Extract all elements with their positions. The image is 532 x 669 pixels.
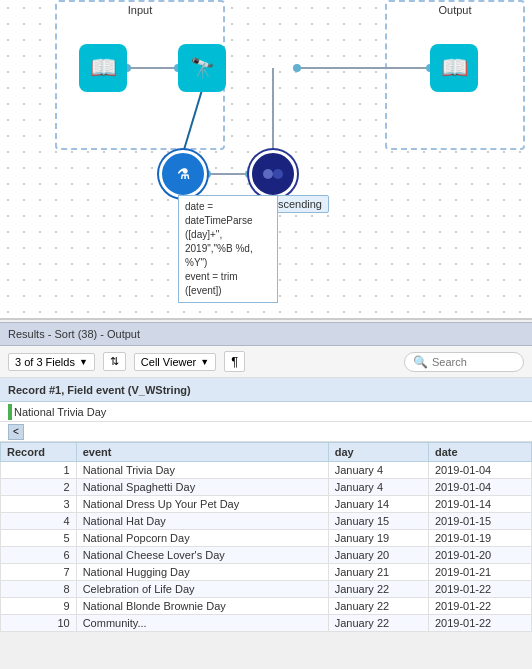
cell-day: January 22 — [328, 598, 428, 615]
cell-event: National Hat Day — [76, 513, 328, 530]
cell-record-num: 10 — [1, 615, 77, 632]
formula-line-1: date = — [185, 200, 271, 214]
bottom-panel: Results - Sort (38) - Output 3 of 3 Fiel… — [0, 322, 532, 669]
cell-event: National Blonde Brownie Day — [76, 598, 328, 615]
cell-record-num: 4 — [1, 513, 77, 530]
cell-day: January 20 — [328, 547, 428, 564]
cell-event: National Trivia Day — [76, 462, 328, 479]
record-value: National Trivia Day — [14, 406, 106, 418]
col-header-date[interactable]: date — [428, 443, 531, 462]
formula-line-6: event = trim — [185, 270, 271, 284]
nav-row: < — [0, 422, 532, 442]
formula-line-7: ([event]) — [185, 284, 271, 298]
formula-node[interactable]: ⚗ — [159, 150, 207, 198]
results-text: Results - Sort (38) - Output — [8, 328, 140, 340]
cell-event: Celebration of Life Day — [76, 581, 328, 598]
table-row: 7National Hugging DayJanuary 212019-01-2… — [1, 564, 532, 581]
table-row: 6National Cheese Lover's DayJanuary 2020… — [1, 547, 532, 564]
sort-arrow-icon: ⇅ — [110, 355, 119, 368]
search-box: 🔍 — [404, 352, 524, 372]
sort-icon — [258, 159, 288, 189]
input-label: Input — [57, 2, 223, 18]
cell-date: 2019-01-15 — [428, 513, 531, 530]
col-header-day[interactable]: day — [328, 443, 428, 462]
fields-selector-label: 3 of 3 Fields — [15, 356, 75, 368]
cell-day: January 4 — [328, 479, 428, 496]
output-book-tool[interactable]: 📖 — [430, 44, 478, 92]
fields-selector[interactable]: 3 of 3 Fields ▼ — [8, 353, 95, 371]
cell-record-num: 8 — [1, 581, 77, 598]
table-row: 1National Trivia DayJanuary 42019-01-04 — [1, 462, 532, 479]
cell-date: 2019-01-04 — [428, 479, 531, 496]
svg-point-14 — [263, 169, 273, 179]
cell-date: 2019-01-04 — [428, 462, 531, 479]
table-row: 9National Blonde Brownie DayJanuary 2220… — [1, 598, 532, 615]
formula-line-5: %Y") — [185, 256, 271, 270]
viewer-selector[interactable]: Cell Viewer ▼ — [134, 353, 216, 371]
table-row: 5National Popcorn DayJanuary 192019-01-1… — [1, 530, 532, 547]
formula-text-box: date = dateTimeParse ([day]+", 2019","%B… — [178, 195, 278, 303]
cell-day: January 21 — [328, 564, 428, 581]
cell-event: National Dress Up Your Pet Day — [76, 496, 328, 513]
table-row: 3National Dress Up Your Pet DayJanuary 1… — [1, 496, 532, 513]
record-value-row: National Trivia Day — [0, 402, 532, 422]
book-icon-left: 📖 — [90, 55, 117, 81]
cell-record-num: 3 — [1, 496, 77, 513]
col-header-record[interactable]: Record — [1, 443, 77, 462]
data-table-wrapper[interactable]: Record event day date 1National Trivia D… — [0, 442, 532, 652]
cell-day: January 22 — [328, 615, 428, 632]
fields-sort-btn[interactable]: ⇅ — [103, 352, 126, 371]
book-icon-right: 📖 — [441, 55, 468, 81]
table-row: 4National Hat DayJanuary 152019-01-15 — [1, 513, 532, 530]
binoculars-icon: 🔭 — [190, 56, 215, 80]
formula-line-4: 2019","%B %d, — [185, 242, 271, 256]
nav-left-arrow[interactable]: < — [8, 424, 24, 440]
table-row: 2National Spaghetti DayJanuary 42019-01-… — [1, 479, 532, 496]
cell-event: National Cheese Lover's Day — [76, 547, 328, 564]
cell-record-num: 5 — [1, 530, 77, 547]
cell-record-num: 1 — [1, 462, 77, 479]
record-header: Record #1, Field event (V_WString) — [0, 378, 532, 402]
cell-date: 2019-01-19 — [428, 530, 531, 547]
cell-event: National Spaghetti Day — [76, 479, 328, 496]
sort-node[interactable] — [249, 150, 297, 198]
svg-text:⚗: ⚗ — [177, 166, 190, 182]
toolbar: 3 of 3 Fields ▼ ⇅ Cell Viewer ▼ ¶ 🔍 — [0, 346, 532, 378]
cell-record-num: 6 — [1, 547, 77, 564]
cell-record-num: 2 — [1, 479, 77, 496]
cell-day: January 4 — [328, 462, 428, 479]
green-bar — [8, 404, 12, 420]
input-book-tool[interactable]: 📖 — [79, 44, 127, 92]
binoculars-tool[interactable]: 🔭 — [178, 44, 226, 92]
cell-day: January 14 — [328, 496, 428, 513]
viewer-selector-label: Cell Viewer — [141, 356, 196, 368]
cell-day: January 15 — [328, 513, 428, 530]
viewer-options-btn[interactable]: ¶ — [224, 351, 245, 372]
cell-day: January 19 — [328, 530, 428, 547]
formula-line-2: dateTimeParse — [185, 214, 271, 228]
viewer-dropdown-icon: ▼ — [200, 357, 209, 367]
svg-point-15 — [273, 169, 283, 179]
output-label: Output — [387, 2, 523, 18]
cell-date: 2019-01-21 — [428, 564, 531, 581]
cell-date: 2019-01-22 — [428, 598, 531, 615]
formula-icon: ⚗ — [168, 159, 198, 189]
cell-date: 2019-01-22 — [428, 581, 531, 598]
col-header-event[interactable]: event — [76, 443, 328, 462]
table-row: 10Community...January 222019-01-22 — [1, 615, 532, 632]
table-row: 8Celebration of Life DayJanuary 222019-0… — [1, 581, 532, 598]
cell-record-num: 7 — [1, 564, 77, 581]
cell-date: 2019-01-20 — [428, 547, 531, 564]
cell-event: National Hugging Day — [76, 564, 328, 581]
search-input[interactable] — [432, 356, 522, 368]
cell-event: Community... — [76, 615, 328, 632]
results-bar: Results - Sort (38) - Output — [0, 322, 532, 346]
cell-event: National Popcorn Day — [76, 530, 328, 547]
options-icon: ¶ — [231, 354, 238, 369]
cell-date: 2019-01-22 — [428, 615, 531, 632]
cell-date: 2019-01-14 — [428, 496, 531, 513]
formula-line-3: ([day]+", — [185, 228, 271, 242]
fields-dropdown-icon: ▼ — [79, 357, 88, 367]
cell-record-num: 9 — [1, 598, 77, 615]
record-header-label: Record #1, Field event (V_WString) — [8, 384, 191, 396]
